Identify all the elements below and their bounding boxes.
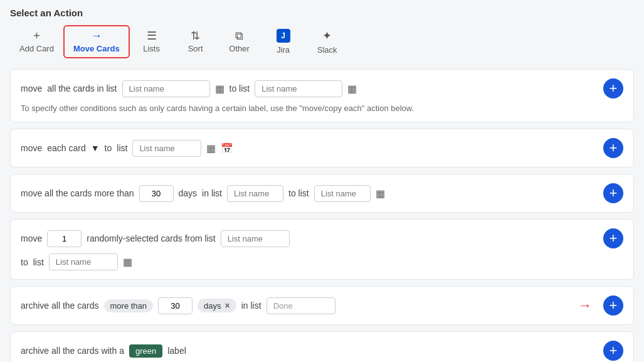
archive-days-text3: in list — [241, 301, 261, 311]
move-days-text3: in list — [202, 188, 222, 198]
jira-label: Jira — [277, 45, 290, 55]
other-label: Other — [229, 44, 250, 53]
move-days-from-input[interactable] — [227, 185, 283, 202]
move-each-text2: each card — [47, 143, 85, 153]
add-btn-section4[interactable]: + — [603, 228, 623, 248]
archive-label-text1: archive all the cards with a — [21, 346, 124, 356]
days-tag-text: days — [204, 301, 221, 311]
section-move-days: move all the cards more than 30 days in … — [10, 174, 634, 213]
arrow-right-icon: → — [578, 297, 592, 314]
days-tag[interactable]: days × — [198, 299, 236, 312]
move-days-to-input[interactable] — [314, 185, 371, 202]
lists-button[interactable]: ☰ Lists — [130, 26, 174, 58]
add-card-icon: + — [33, 30, 40, 41]
sort-label: Sort — [188, 44, 203, 53]
lists-icon: ☰ — [147, 30, 157, 41]
add-btn-section3[interactable]: + — [603, 183, 623, 203]
add-btn-section1[interactable]: + — [603, 78, 623, 98]
grid-icon-5[interactable]: ▦ — [123, 256, 132, 268]
move-cards-icon: → — [91, 30, 102, 41]
move-cards-button[interactable]: → Move Cards — [63, 25, 130, 58]
move-all-from-input[interactable] — [122, 80, 210, 97]
jira-icon: J — [277, 29, 290, 43]
grid-icon-1[interactable]: ▦ — [215, 83, 224, 95]
sort-icon: ⇅ — [191, 30, 200, 41]
archive-days-text1: archive all the cards — [21, 301, 99, 311]
calendar-icon-1[interactable]: 📅 — [221, 142, 233, 154]
move-each-text3: to — [105, 143, 112, 153]
move-random-count-input[interactable]: 1 — [47, 230, 82, 247]
grid-icon-2[interactable]: ▦ — [347, 83, 357, 95]
move-random-text4: list — [33, 257, 44, 267]
other-button[interactable]: ⧉ Other — [218, 26, 261, 58]
move-all-text3: to list — [230, 83, 250, 93]
archive-label-text2: label — [167, 346, 186, 356]
jira-button[interactable]: J Jira — [261, 24, 305, 59]
grid-icon-4[interactable]: ▦ — [376, 188, 385, 200]
move-each-list-input[interactable] — [132, 140, 201, 157]
move-days-text2: days — [179, 188, 198, 198]
add-card-label: Add Card — [19, 44, 54, 53]
move-all-text2: all the cards in list — [47, 83, 117, 93]
archive-days-list-input[interactable] — [267, 297, 335, 314]
green-label-tag[interactable]: green — [129, 344, 162, 358]
move-cards-label: Move Cards — [73, 44, 120, 53]
move-random-text3: to — [21, 257, 28, 267]
more-than-tag[interactable]: more than — [104, 299, 154, 312]
move-days-text1: move all the cards more than — [21, 188, 134, 198]
slack-label: Slack — [317, 45, 337, 55]
archive-days-input[interactable]: 30 — [158, 297, 193, 314]
slack-icon: ✦ — [320, 29, 334, 43]
days-tag-close[interactable]: × — [225, 301, 230, 311]
add-btn-section6[interactable]: + — [603, 341, 623, 361]
move-each-text4: list — [117, 143, 127, 153]
move-days-text4: to list — [288, 188, 309, 198]
add-btn-section2[interactable]: + — [603, 138, 623, 158]
grid-icon-3[interactable]: ▦ — [206, 142, 216, 154]
move-random-from-input[interactable] — [221, 230, 290, 247]
filter-icon[interactable]: ▼ — [91, 143, 100, 153]
move-random-text1: move — [21, 233, 42, 243]
slack-button[interactable]: ✦ Slack — [305, 24, 349, 59]
add-btn-section5[interactable]: + — [603, 295, 623, 316]
add-card-button[interactable]: + Add Card — [10, 26, 63, 58]
move-random-to-input[interactable] — [49, 253, 118, 270]
section-archive-label: archive all the cards with a green label… — [10, 331, 634, 362]
move-all-to-input[interactable] — [255, 80, 342, 97]
lists-label: Lists — [143, 44, 160, 53]
section-move-all: move all the cards in list ▦ to list ▦ +… — [10, 69, 634, 122]
sort-button[interactable]: ⇅ Sort — [174, 26, 218, 58]
move-each-text1: move — [21, 143, 42, 153]
action-bar: + Add Card → Move Cards ☰ Lists ⇅ Sort ⧉… — [10, 24, 634, 59]
more-than-tag-text: more than — [110, 301, 147, 311]
move-all-hint: To specify other conditions such as only… — [21, 104, 623, 113]
section-move-each: move each card ▼ to list ▦ 📅 + — [10, 129, 634, 168]
page-title: Select an Action — [10, 8, 634, 18]
section-archive-days: archive all the cards more than 30 days … — [10, 286, 634, 325]
move-random-text2: randomly-selected cards from list — [87, 233, 215, 243]
move-all-text1: move — [21, 83, 42, 93]
move-days-input[interactable]: 30 — [139, 185, 174, 202]
other-icon: ⧉ — [235, 30, 243, 41]
section-move-random: move 1 randomly-selected cards from list… — [10, 219, 634, 280]
